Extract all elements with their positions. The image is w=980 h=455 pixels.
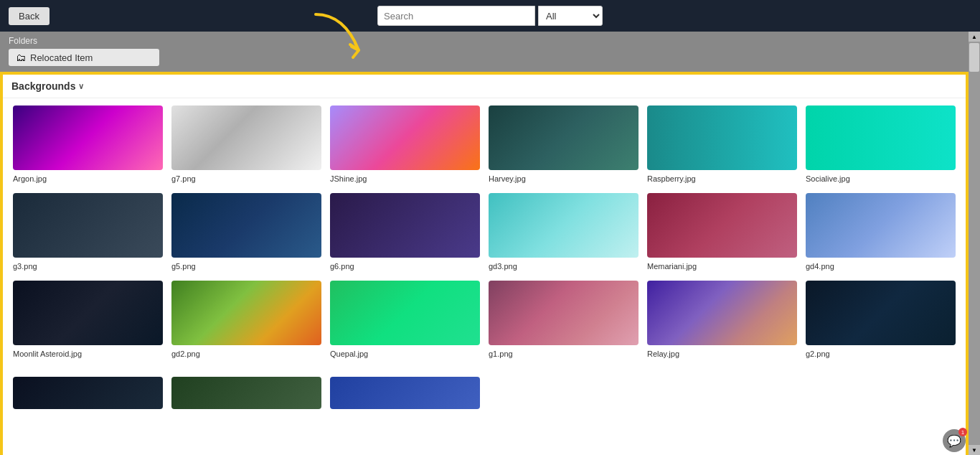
image-thumb-jshine xyxy=(330,105,480,170)
filter-select[interactable]: AllImagesVideosAudio xyxy=(538,6,603,26)
arrow-annotation xyxy=(301,7,387,75)
main-content: Backgrounds ∨ Argon.jpgg7.pngJShine.jpgH… xyxy=(0,72,969,455)
folder-item-relocated[interactable]: 🗂 Relocated Item xyxy=(9,49,159,66)
chevron-down-icon: ∨ xyxy=(78,82,84,91)
image-name-gd4: gd4.png xyxy=(806,261,956,272)
image-grid: Argon.jpgg7.pngJShine.jpgHarvey.jpgRaspb… xyxy=(3,98,966,370)
image-card-gd3[interactable]: gd3.png xyxy=(484,189,643,276)
image-thumb-moonlit xyxy=(13,281,163,345)
image-name-argon: Argon.jpg xyxy=(13,173,163,184)
image-name-memariani: Memariani.jpg xyxy=(647,261,797,272)
image-card-memariani[interactable]: Memariani.jpg xyxy=(643,189,801,276)
partial-thumb-partial2 xyxy=(171,377,321,409)
image-card-g2[interactable]: g2.png xyxy=(801,276,960,364)
image-thumb-g2 xyxy=(806,281,956,345)
image-thumb-g3 xyxy=(13,193,163,258)
image-name-moonlit: Moonlit Asteroid.jpg xyxy=(13,348,163,360)
partial-image-grid xyxy=(3,370,966,419)
folders-label: Folders xyxy=(9,36,971,46)
image-name-relay: Relay.jpg xyxy=(647,348,797,360)
image-thumb-g5 xyxy=(171,193,321,258)
partial-card-partial2[interactable] xyxy=(167,372,326,413)
image-card-g7[interactable]: g7.png xyxy=(167,101,326,189)
image-card-gd2[interactable]: gd2.png xyxy=(167,276,326,364)
image-thumb-quepal xyxy=(330,281,480,345)
image-thumb-gd3 xyxy=(489,193,639,258)
image-card-argon[interactable]: Argon.jpg xyxy=(9,101,167,189)
chat-icon: 💬 xyxy=(947,434,961,448)
image-name-g5: g5.png xyxy=(171,261,321,272)
image-thumb-harvey xyxy=(489,105,639,170)
partial-thumb-partial1 xyxy=(13,377,163,409)
image-thumb-socialive xyxy=(806,105,956,170)
scrollbar-up[interactable]: ▲ xyxy=(969,32,980,42)
image-name-socialive: Socialive.jpg xyxy=(806,173,956,184)
scrollbar-track: ▲ ▼ xyxy=(969,32,980,455)
image-name-gd3: gd3.png xyxy=(489,261,639,272)
top-bar: Back AllImagesVideosAudio xyxy=(0,0,980,32)
search-input[interactable] xyxy=(377,6,535,26)
image-name-g6: g6.png xyxy=(330,261,480,272)
scrollbar-down[interactable]: ▼ xyxy=(969,445,980,455)
image-name-g3: g3.png xyxy=(13,261,163,272)
image-thumb-g7 xyxy=(171,105,321,170)
image-name-g1: g1.png xyxy=(489,348,639,360)
image-card-g5[interactable]: g5.png xyxy=(167,189,326,276)
image-card-gd4[interactable]: gd4.png xyxy=(801,189,960,276)
image-thumb-relay xyxy=(647,281,797,345)
image-card-g3[interactable]: g3.png xyxy=(9,189,167,276)
image-card-g6[interactable]: g6.png xyxy=(326,189,484,276)
image-name-quepal: Quepal.jpg xyxy=(330,348,480,360)
image-thumb-raspberry xyxy=(647,105,797,170)
image-card-g1[interactable]: g1.png xyxy=(484,276,643,364)
image-card-socialive[interactable]: Socialive.jpg xyxy=(801,101,960,189)
partial-card-partial3[interactable] xyxy=(326,372,484,413)
section-title-text: Backgrounds xyxy=(11,80,75,92)
image-name-harvey: Harvey.jpg xyxy=(489,173,639,184)
image-thumb-gd4 xyxy=(806,193,956,258)
folders-section: Folders 🗂 Relocated Item xyxy=(0,32,980,72)
image-thumb-gd2 xyxy=(171,281,321,345)
image-card-relay[interactable]: Relay.jpg xyxy=(643,276,801,364)
partial-thumb-partial3 xyxy=(330,377,480,409)
section-header: Backgrounds ∨ xyxy=(3,75,966,98)
search-area: AllImagesVideosAudio xyxy=(377,6,603,26)
back-button[interactable]: Back xyxy=(9,7,50,25)
image-thumb-g6 xyxy=(330,193,480,258)
image-thumb-g1 xyxy=(489,281,639,345)
image-card-jshine[interactable]: JShine.jpg xyxy=(326,101,484,189)
image-card-harvey[interactable]: Harvey.jpg xyxy=(484,101,643,189)
image-name-g7: g7.png xyxy=(171,173,321,184)
image-name-g2: g2.png xyxy=(806,348,956,360)
folder-name: Relocated Item xyxy=(30,52,93,63)
image-name-gd2: gd2.png xyxy=(171,348,321,360)
image-name-raspberry: Raspberry.jpg xyxy=(647,173,797,184)
partial-card-partial1[interactable] xyxy=(9,372,167,413)
chat-icon-wrapper[interactable]: 💬 1 xyxy=(943,429,966,452)
image-thumb-memariani xyxy=(647,193,797,258)
section-title[interactable]: Backgrounds ∨ xyxy=(11,80,84,92)
image-card-moonlit[interactable]: Moonlit Asteroid.jpg xyxy=(9,276,167,364)
image-name-jshine: JShine.jpg xyxy=(330,173,480,184)
image-thumb-argon xyxy=(13,105,163,170)
image-card-raspberry[interactable]: Raspberry.jpg xyxy=(643,101,801,189)
chat-badge: 1 xyxy=(958,428,967,436)
folder-icon: 🗂 xyxy=(16,52,26,63)
image-card-quepal[interactable]: Quepal.jpg xyxy=(326,276,484,364)
scrollbar-thumb[interactable] xyxy=(969,43,979,72)
